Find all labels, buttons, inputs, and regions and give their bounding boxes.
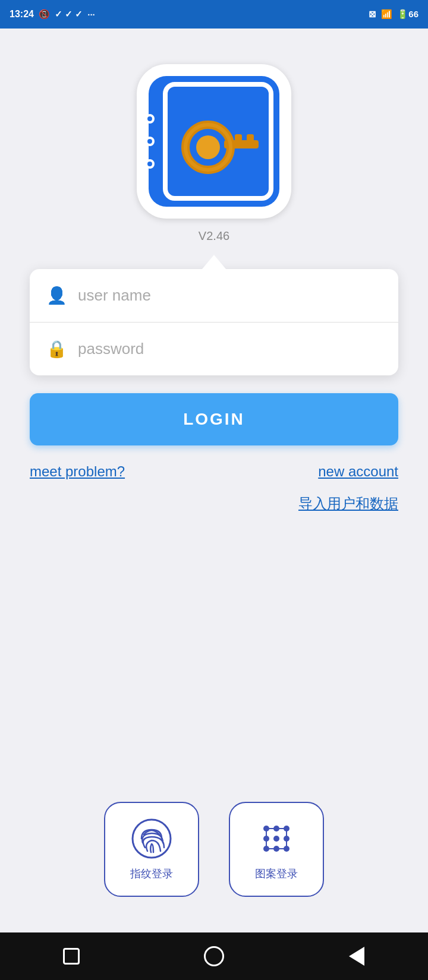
password-input[interactable] — [78, 340, 382, 358]
signal-icon: 📵 — [39, 9, 50, 20]
nav-recents-button[interactable] — [56, 941, 86, 971]
more-icon: ··· — [87, 10, 95, 20]
right-links: new account 导入用户和数据 — [298, 463, 398, 513]
close-icon: ⊠ — [369, 9, 376, 20]
password-row: 🔒 — [30, 323, 398, 375]
meet-problem-link[interactable]: meet problem? — [30, 463, 125, 480]
nav-bar — [0, 932, 428, 980]
status-right: ⊠ 📶 🔋66 — [369, 9, 418, 20]
pattern-icon — [256, 818, 297, 859]
app-version: V2.46 — [199, 229, 229, 243]
fingerprint-label: 指纹登录 — [130, 867, 173, 881]
svg-point-12 — [273, 836, 279, 842]
pattern-login-button[interactable]: 图案登录 — [229, 802, 324, 897]
status-left: 13:24 📵 ✓ ✓ ✓ ··· — [10, 9, 95, 20]
notebook-border — [149, 76, 279, 207]
main-content: V2.46 👤 🔒 LOGIN meet problem? new accoun… — [0, 29, 428, 932]
username-input[interactable] — [78, 286, 382, 305]
check-icons: ✓ ✓ ✓ — [55, 9, 83, 20]
recents-icon — [63, 948, 80, 965]
fingerprint-login-button[interactable]: 指纹登录 — [104, 802, 199, 897]
svg-rect-6 — [165, 84, 271, 198]
username-row: 👤 — [30, 269, 398, 323]
links-area: meet problem? new account 导入用户和数据 — [30, 463, 398, 513]
login-button[interactable]: LOGIN — [30, 393, 398, 445]
wifi-icon: 📶 — [381, 9, 392, 20]
import-data-link[interactable]: 导入用户和数据 — [298, 494, 398, 513]
lock-icon: 🔒 — [46, 339, 67, 359]
bottom-auth: 指纹登录 图案登录 — [104, 802, 324, 909]
home-icon — [204, 946, 224, 966]
app-icon-container — [137, 64, 291, 219]
login-card: 👤 🔒 — [30, 269, 398, 375]
status-time: 13:24 — [10, 9, 34, 20]
status-bar: 13:24 📵 ✓ ✓ ✓ ··· ⊠ 📶 🔋66 — [0, 0, 428, 29]
triangle-pointer — [202, 255, 226, 269]
nav-home-button[interactable] — [199, 941, 229, 971]
pattern-label: 图案登录 — [255, 867, 298, 881]
fingerprint-icon — [131, 818, 172, 859]
battery-icon: 🔋66 — [397, 9, 418, 20]
back-icon — [349, 947, 364, 966]
new-account-link[interactable]: new account — [318, 463, 398, 480]
nav-back-button[interactable] — [342, 941, 372, 971]
app-icon-bg — [149, 76, 279, 207]
user-icon: 👤 — [46, 286, 67, 305]
